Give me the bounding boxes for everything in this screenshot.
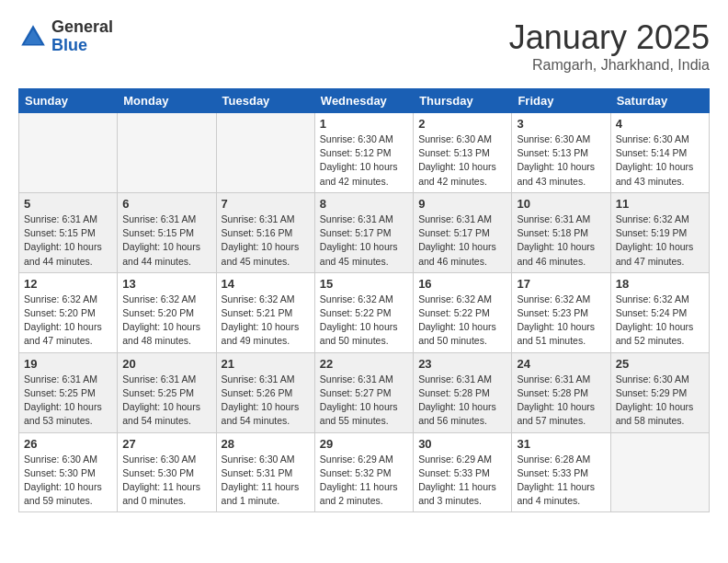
calendar-day-cell: 9Sunrise: 6:31 AMSunset: 5:17 PMDaylight…: [414, 192, 512, 272]
day-info: Sunrise: 6:32 AMSunset: 5:23 PMDaylight:…: [517, 293, 605, 349]
weekday-header-sunday: Sunday: [19, 89, 118, 113]
page-header: General Blue January 2025 Ramgarh, Jhark…: [18, 18, 710, 74]
day-info: Sunrise: 6:30 AMSunset: 5:13 PMDaylight:…: [418, 132, 506, 189]
calendar-day-cell: 1Sunrise: 6:30 AMSunset: 5:12 PMDaylight…: [314, 113, 413, 193]
day-number: 10: [517, 197, 605, 211]
day-number: 27: [122, 437, 210, 451]
calendar-week-row: 5Sunrise: 6:31 AMSunset: 5:15 PMDaylight…: [19, 192, 710, 272]
calendar-day-cell: [216, 113, 314, 193]
day-info: Sunrise: 6:31 AMSunset: 5:16 PMDaylight:…: [222, 213, 310, 269]
day-info: Sunrise: 6:32 AMSunset: 5:22 PMDaylight:…: [320, 293, 408, 349]
logo-icon: [18, 22, 48, 52]
calendar-day-cell: 28Sunrise: 6:30 AMSunset: 5:31 PMDayligh…: [216, 432, 314, 512]
day-number: 7: [222, 197, 310, 211]
calendar-day-cell: 25Sunrise: 6:30 AMSunset: 5:29 PMDayligh…: [610, 352, 709, 432]
weekday-header-saturday: Saturday: [610, 89, 709, 113]
day-info: Sunrise: 6:30 AMSunset: 5:31 PMDaylight:…: [222, 453, 310, 509]
calendar-day-cell: 19Sunrise: 6:31 AMSunset: 5:25 PMDayligh…: [19, 352, 118, 432]
day-number: 30: [418, 437, 506, 451]
day-info: Sunrise: 6:31 AMSunset: 5:17 PMDaylight:…: [320, 213, 408, 269]
day-number: 26: [24, 437, 112, 451]
day-number: 2: [418, 117, 506, 131]
calendar-day-cell: 6Sunrise: 6:31 AMSunset: 5:15 PMDaylight…: [118, 192, 216, 272]
day-info: Sunrise: 6:32 AMSunset: 5:24 PMDaylight:…: [616, 293, 704, 349]
day-number: 25: [616, 357, 704, 371]
day-number: 12: [24, 277, 112, 291]
day-number: 16: [418, 277, 506, 291]
calendar-day-cell: 11Sunrise: 6:32 AMSunset: 5:19 PMDayligh…: [610, 192, 709, 272]
calendar-day-cell: 10Sunrise: 6:31 AMSunset: 5:18 PMDayligh…: [512, 192, 610, 272]
calendar-table: SundayMondayTuesdayWednesdayThursdayFrid…: [18, 88, 710, 512]
day-number: 24: [517, 357, 605, 371]
calendar-day-cell: 26Sunrise: 6:30 AMSunset: 5:30 PMDayligh…: [19, 432, 118, 512]
day-info: Sunrise: 6:30 AMSunset: 5:30 PMDaylight:…: [24, 453, 112, 509]
day-number: 28: [222, 437, 310, 451]
weekday-header-thursday: Thursday: [414, 89, 512, 113]
day-number: 5: [24, 197, 112, 211]
day-info: Sunrise: 6:30 AMSunset: 5:29 PMDaylight:…: [616, 373, 704, 429]
calendar-day-cell: 23Sunrise: 6:31 AMSunset: 5:28 PMDayligh…: [414, 352, 512, 432]
calendar-day-cell: 22Sunrise: 6:31 AMSunset: 5:27 PMDayligh…: [314, 352, 413, 432]
calendar-week-row: 1Sunrise: 6:30 AMSunset: 5:12 PMDaylight…: [19, 113, 710, 193]
day-number: 4: [616, 117, 704, 131]
calendar-day-cell: 27Sunrise: 6:30 AMSunset: 5:30 PMDayligh…: [118, 432, 216, 512]
day-number: 21: [222, 357, 310, 371]
day-info: Sunrise: 6:31 AMSunset: 5:27 PMDaylight:…: [320, 373, 408, 429]
calendar-day-cell: 3Sunrise: 6:30 AMSunset: 5:13 PMDaylight…: [512, 113, 610, 193]
day-number: 1: [320, 117, 408, 131]
day-info: Sunrise: 6:31 AMSunset: 5:25 PMDaylight:…: [24, 373, 112, 429]
day-number: 9: [418, 197, 506, 211]
weekday-header-friday: Friday: [512, 89, 610, 113]
weekday-header-wednesday: Wednesday: [314, 89, 413, 113]
day-info: Sunrise: 6:28 AMSunset: 5:33 PMDaylight:…: [517, 453, 605, 509]
day-info: Sunrise: 6:31 AMSunset: 5:15 PMDaylight:…: [24, 213, 112, 269]
day-info: Sunrise: 6:29 AMSunset: 5:32 PMDaylight:…: [320, 453, 408, 509]
day-info: Sunrise: 6:31 AMSunset: 5:28 PMDaylight:…: [418, 373, 506, 429]
calendar-day-cell: 12Sunrise: 6:32 AMSunset: 5:20 PMDayligh…: [19, 272, 118, 352]
day-info: Sunrise: 6:32 AMSunset: 5:21 PMDaylight:…: [222, 293, 310, 349]
calendar-day-cell: 18Sunrise: 6:32 AMSunset: 5:24 PMDayligh…: [610, 272, 709, 352]
calendar-day-cell: 16Sunrise: 6:32 AMSunset: 5:22 PMDayligh…: [414, 272, 512, 352]
calendar-day-cell: 14Sunrise: 6:32 AMSunset: 5:21 PMDayligh…: [216, 272, 314, 352]
day-info: Sunrise: 6:30 AMSunset: 5:12 PMDaylight:…: [320, 132, 408, 189]
day-info: Sunrise: 6:31 AMSunset: 5:17 PMDaylight:…: [418, 213, 506, 269]
calendar-subtitle: Ramgarh, Jharkhand, India: [509, 57, 710, 74]
calendar-week-row: 19Sunrise: 6:31 AMSunset: 5:25 PMDayligh…: [19, 352, 710, 432]
day-number: 19: [24, 357, 112, 371]
day-number: 20: [122, 357, 210, 371]
day-number: 11: [616, 197, 704, 211]
day-number: 13: [122, 277, 210, 291]
calendar-day-cell: 4Sunrise: 6:30 AMSunset: 5:14 PMDaylight…: [610, 113, 709, 193]
weekday-header-monday: Monday: [118, 89, 216, 113]
day-number: 17: [517, 277, 605, 291]
day-info: Sunrise: 6:31 AMSunset: 5:18 PMDaylight:…: [517, 213, 605, 269]
day-number: 3: [517, 117, 605, 131]
calendar-week-row: 12Sunrise: 6:32 AMSunset: 5:20 PMDayligh…: [19, 272, 710, 352]
calendar-week-row: 26Sunrise: 6:30 AMSunset: 5:30 PMDayligh…: [19, 432, 710, 512]
logo-blue-text: Blue: [51, 37, 113, 55]
day-number: 23: [418, 357, 506, 371]
day-number: 18: [616, 277, 704, 291]
calendar-day-cell: 20Sunrise: 6:31 AMSunset: 5:25 PMDayligh…: [118, 352, 216, 432]
calendar-day-cell: [19, 113, 118, 193]
calendar-day-cell: 31Sunrise: 6:28 AMSunset: 5:33 PMDayligh…: [512, 432, 610, 512]
title-block: January 2025 Ramgarh, Jharkhand, India: [509, 18, 710, 74]
logo-general-text: General: [51, 18, 113, 37]
day-number: 31: [517, 437, 605, 451]
calendar-day-cell: 30Sunrise: 6:29 AMSunset: 5:33 PMDayligh…: [414, 432, 512, 512]
day-info: Sunrise: 6:32 AMSunset: 5:19 PMDaylight:…: [616, 213, 704, 269]
day-info: Sunrise: 6:29 AMSunset: 5:33 PMDaylight:…: [418, 453, 506, 509]
day-info: Sunrise: 6:30 AMSunset: 5:14 PMDaylight:…: [616, 132, 704, 189]
weekday-header-tuesday: Tuesday: [216, 89, 314, 113]
day-info: Sunrise: 6:31 AMSunset: 5:26 PMDaylight:…: [222, 373, 310, 429]
day-number: 29: [320, 437, 408, 451]
day-info: Sunrise: 6:31 AMSunset: 5:15 PMDaylight:…: [122, 213, 210, 269]
calendar-header-row: SundayMondayTuesdayWednesdayThursdayFrid…: [19, 89, 710, 113]
calendar-day-cell: 24Sunrise: 6:31 AMSunset: 5:28 PMDayligh…: [512, 352, 610, 432]
calendar-day-cell: 7Sunrise: 6:31 AMSunset: 5:16 PMDaylight…: [216, 192, 314, 272]
calendar-day-cell: 15Sunrise: 6:32 AMSunset: 5:22 PMDayligh…: [314, 272, 413, 352]
logo: General Blue: [18, 18, 113, 55]
calendar-day-cell: 21Sunrise: 6:31 AMSunset: 5:26 PMDayligh…: [216, 352, 314, 432]
calendar-day-cell: 8Sunrise: 6:31 AMSunset: 5:17 PMDaylight…: [314, 192, 413, 272]
day-info: Sunrise: 6:30 AMSunset: 5:30 PMDaylight:…: [122, 453, 210, 509]
